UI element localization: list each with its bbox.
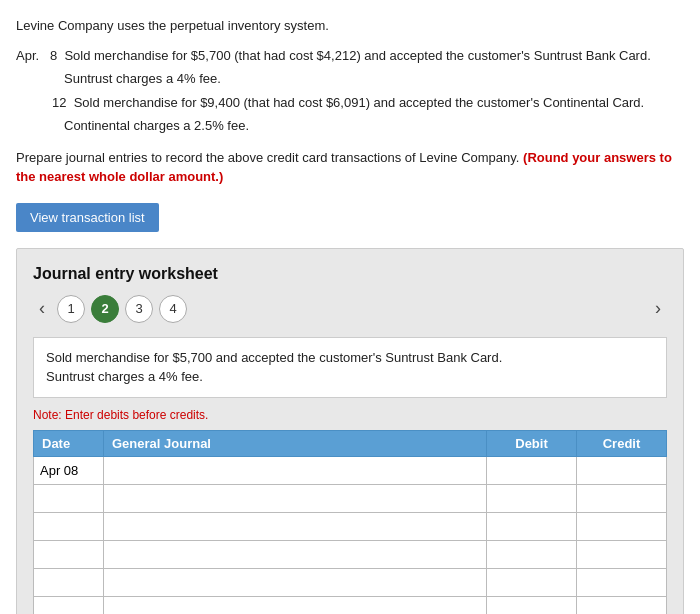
debit-cell [487, 484, 577, 512]
step-3-button[interactable]: 3 [125, 295, 153, 323]
credit-input[interactable] [577, 597, 666, 615]
journal-cell [104, 568, 487, 596]
date-input[interactable] [34, 569, 103, 596]
credit-cell [577, 456, 667, 484]
debit-cell [487, 596, 577, 614]
credit-input[interactable] [577, 457, 666, 484]
credit-cell [577, 568, 667, 596]
step-navigation: ‹ 1 2 3 4 › [33, 295, 667, 323]
journal-cell [104, 456, 487, 484]
journal-input[interactable] [104, 597, 486, 615]
transaction-apr12-sub: Continental charges a 2.5% fee. [64, 116, 684, 136]
debit-input[interactable] [487, 541, 576, 568]
step-1-button[interactable]: 1 [57, 295, 85, 323]
description-line2: Suntrust charges a 4% fee. [46, 367, 654, 387]
credit-cell [577, 540, 667, 568]
credit-cell [577, 484, 667, 512]
credit-input[interactable] [577, 485, 666, 512]
debit-cell [487, 512, 577, 540]
date-cell [34, 484, 104, 512]
table-row [34, 596, 667, 614]
table-row [34, 568, 667, 596]
journal-input[interactable] [104, 485, 486, 512]
debit-input[interactable] [487, 569, 576, 596]
debit-input[interactable] [487, 513, 576, 540]
debit-input[interactable] [487, 597, 576, 615]
journal-cell [104, 484, 487, 512]
date-input[interactable] [34, 597, 103, 615]
date-header: Date [34, 430, 104, 456]
step-2-button[interactable]: 2 [91, 295, 119, 323]
date-cell [34, 568, 104, 596]
journal-table: Date General Journal Debit Credit [33, 430, 667, 615]
credit-input[interactable] [577, 541, 666, 568]
credit-header: Credit [577, 430, 667, 456]
journal-input[interactable] [104, 513, 486, 540]
journal-cell [104, 540, 487, 568]
step-description: Sold merchandise for $5,700 and accepted… [33, 337, 667, 398]
debit-cell [487, 456, 577, 484]
worksheet-title: Journal entry worksheet [33, 265, 667, 283]
date-cell [34, 456, 104, 484]
transaction-apr12: 12 Sold merchandise for $9,400 (that had… [52, 93, 684, 113]
table-row [34, 484, 667, 512]
date-cell [34, 540, 104, 568]
credit-cell [577, 512, 667, 540]
table-row [34, 540, 667, 568]
date-input[interactable] [34, 513, 103, 540]
date-input[interactable] [34, 541, 103, 568]
step-4-button[interactable]: 4 [159, 295, 187, 323]
transactions-section: Apr. 8 Sold merchandise for $5,700 (that… [16, 46, 684, 136]
credit-input[interactable] [577, 513, 666, 540]
table-row [34, 512, 667, 540]
debit-header: Debit [487, 430, 577, 456]
description-line1: Sold merchandise for $5,700 and accepted… [46, 348, 654, 368]
journal-cell [104, 596, 487, 614]
date-input[interactable] [34, 485, 103, 512]
date-cell [34, 596, 104, 614]
debit-cell [487, 540, 577, 568]
note-text: Note: Enter debits before credits. [33, 408, 667, 422]
journal-input[interactable] [104, 457, 486, 484]
journal-input[interactable] [104, 541, 486, 568]
transaction-apr-label: Apr. 8 Sold merchandise for $5,700 (that… [16, 46, 684, 66]
table-row [34, 456, 667, 484]
transaction-apr8-sub: Suntrust charges a 4% fee. [64, 69, 684, 89]
intro-section: Levine Company uses the perpetual invent… [16, 16, 684, 36]
view-transaction-button[interactable]: View transaction list [16, 203, 159, 232]
date-cell [34, 512, 104, 540]
company-intro: Levine Company uses the perpetual invent… [16, 16, 684, 36]
debit-input[interactable] [487, 485, 576, 512]
journal-cell [104, 512, 487, 540]
date-input[interactable] [34, 457, 103, 484]
debit-input[interactable] [487, 457, 576, 484]
journal-input[interactable] [104, 569, 486, 596]
prepare-normal-text: Prepare journal entries to record the ab… [16, 150, 523, 165]
journal-entry-worksheet: Journal entry worksheet ‹ 1 2 3 4 › Sold… [16, 248, 684, 615]
credit-cell [577, 596, 667, 614]
next-step-button[interactable]: › [649, 296, 667, 321]
prepare-section: Prepare journal entries to record the ab… [16, 148, 684, 187]
general-journal-header: General Journal [104, 430, 487, 456]
credit-input[interactable] [577, 569, 666, 596]
debit-cell [487, 568, 577, 596]
prev-step-button[interactable]: ‹ [33, 296, 51, 321]
